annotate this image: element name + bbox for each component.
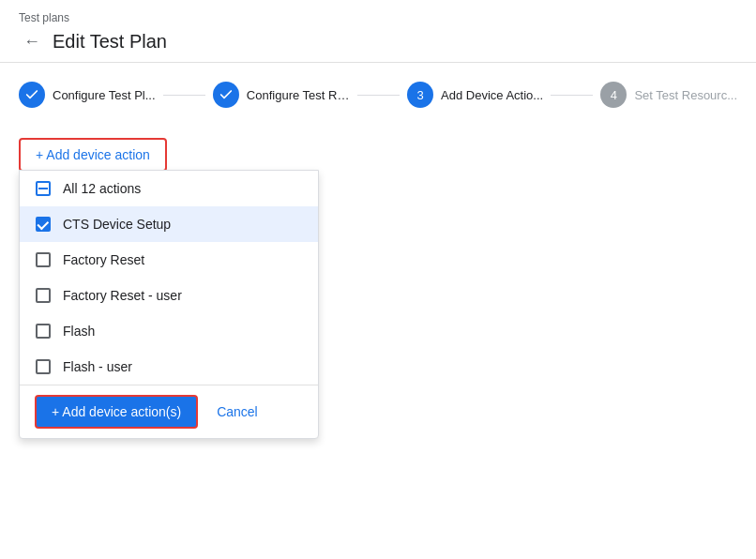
step-1: Configure Test Pl... xyxy=(19,82,156,108)
page-container: Test plans ← Edit Test Plan Configure Te… xyxy=(0,0,756,559)
add-device-action-button[interactable]: + Add device action xyxy=(19,138,167,172)
connector-2-3 xyxy=(357,95,400,96)
item-5-checkbox[interactable] xyxy=(35,358,52,375)
item-2-checkbox[interactable] xyxy=(35,251,52,268)
dropdown-panel: All 12 actions CTS Device Setup xyxy=(19,170,319,439)
item-2-label: Factory Reset xyxy=(63,252,144,267)
step-4: 4 Set Test Resourc... xyxy=(600,82,737,108)
step-2-circle xyxy=(213,82,239,108)
step-2: Configure Test Ru... xyxy=(213,82,350,108)
stepper: Configure Test Pl... Configure Test Ru..… xyxy=(0,63,756,123)
indeterminate-checkbox-icon xyxy=(36,181,51,196)
dropdown-item-4[interactable]: Flash xyxy=(20,313,318,349)
all-actions-checkbox[interactable] xyxy=(35,180,52,197)
item-1-label: CTS Device Setup xyxy=(63,217,171,232)
add-action-label: + Add device action xyxy=(36,147,150,162)
item-3-label: Factory Reset - user xyxy=(63,288,182,303)
connector-3-4 xyxy=(551,95,593,96)
step-1-circle xyxy=(19,82,45,108)
dropdown-item-5[interactable]: Flash - user xyxy=(20,349,318,385)
item-3-checkbox[interactable] xyxy=(35,287,52,304)
header: Test plans ← Edit Test Plan xyxy=(0,0,756,63)
dropdown-container: + Add device action All 12 actions xyxy=(19,138,167,172)
unchecked-checkbox-icon-2 xyxy=(36,252,51,267)
connector-1-2 xyxy=(163,95,205,96)
main-content: + Add device action All 12 actions xyxy=(0,123,756,559)
unchecked-checkbox-icon-4 xyxy=(36,324,51,339)
check-icon-2 xyxy=(219,87,234,102)
all-actions-item[interactable]: All 12 actions xyxy=(20,171,318,206)
title-row: ← Edit Test Plan xyxy=(19,28,737,54)
step-3-label: Add Device Actio... xyxy=(441,88,543,102)
step-2-label: Configure Test Ru... xyxy=(247,88,350,102)
back-button[interactable]: ← xyxy=(19,28,45,54)
item-4-label: Flash xyxy=(63,324,95,339)
page-title: Edit Test Plan xyxy=(53,31,167,53)
check-icon-1 xyxy=(24,87,39,102)
item-4-checkbox[interactable] xyxy=(35,323,52,340)
item-1-checkbox[interactable] xyxy=(35,216,52,233)
back-arrow-icon: ← xyxy=(23,32,40,52)
breadcrumb: Test plans xyxy=(19,11,737,24)
all-actions-label: All 12 actions xyxy=(63,181,141,196)
cancel-label: Cancel xyxy=(217,404,258,419)
step-4-label: Set Test Resourc... xyxy=(634,88,737,102)
add-actions-btn-label: + Add device action(s) xyxy=(52,404,181,419)
dropdown-item-3[interactable]: Factory Reset - user xyxy=(20,278,318,313)
dropdown-item-1[interactable]: CTS Device Setup xyxy=(20,206,318,242)
dropdown-item-2[interactable]: Factory Reset xyxy=(20,242,318,278)
step-4-circle: 4 xyxy=(600,82,627,108)
item-5-label: Flash - user xyxy=(63,359,132,374)
step-3-circle: 3 xyxy=(407,82,433,108)
dropdown-list: All 12 actions CTS Device Setup xyxy=(20,171,318,385)
unchecked-checkbox-icon-3 xyxy=(36,288,51,303)
dropdown-footer: + Add device action(s) Cancel xyxy=(20,385,318,438)
checked-checkbox-icon-1 xyxy=(36,217,51,232)
step-3: 3 Add Device Actio... xyxy=(407,82,543,108)
cancel-button[interactable]: Cancel xyxy=(213,397,262,427)
add-device-actions-submit-button[interactable]: + Add device action(s) xyxy=(35,395,198,429)
step-1-label: Configure Test Pl... xyxy=(53,88,156,102)
unchecked-checkbox-icon-5 xyxy=(36,359,51,374)
